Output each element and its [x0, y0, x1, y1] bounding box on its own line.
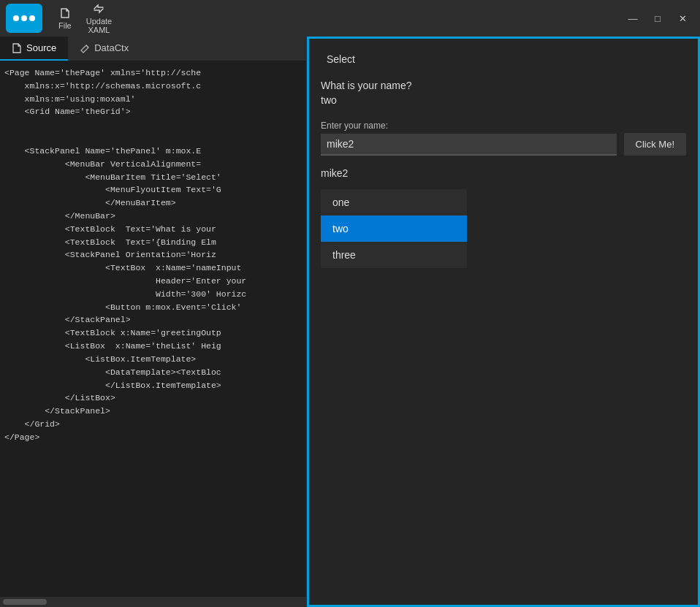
hscroll-thumb[interactable]: [3, 599, 47, 605]
click-me-button[interactable]: Click Me!: [624, 133, 686, 156]
update-icon: [93, 3, 104, 15]
logo-dot-3: [29, 15, 35, 21]
list-item-three[interactable]: three: [321, 242, 467, 268]
file-button[interactable]: File: [51, 4, 79, 33]
update-xaml-label: Update XAML: [86, 17, 112, 34]
tab-dataCtx-label: DataCtx: [94, 42, 129, 53]
code-editor[interactable]: <Page Name='thePage' xmlns='http://sche …: [0, 61, 306, 597]
source-file-icon: [12, 43, 22, 53]
logo-dots: [13, 15, 35, 21]
tab-dataCtx[interactable]: DataCtx: [68, 37, 140, 61]
input-row: Enter your name: Click Me!: [321, 121, 686, 156]
window-controls: — □ ✕: [621, 8, 694, 28]
file-icon: [59, 7, 71, 19]
left-panel: Source DataCtx <Page Name='thePage' xmln…: [0, 37, 307, 607]
app-logo: [6, 4, 42, 33]
main-content: Source DataCtx <Page Name='thePage' xmln…: [0, 37, 700, 607]
update-xaml-button[interactable]: Update XAML: [79, 0, 119, 37]
tabs-bar: Source DataCtx: [0, 37, 306, 61]
list-item-two[interactable]: two: [321, 215, 467, 242]
title-bar: File Update XAML — □ ✕: [0, 0, 700, 37]
code-hscrollbar[interactable]: [0, 597, 306, 607]
minimize-button[interactable]: —: [621, 8, 644, 28]
file-label: File: [58, 21, 72, 30]
tab-source-label: Source: [26, 42, 56, 53]
maximize-button[interactable]: □: [646, 8, 669, 28]
name-input[interactable]: [321, 134, 617, 156]
answer-text: two: [321, 94, 686, 106]
question-label: What is your name?: [321, 80, 686, 91]
name-input-group: Enter your name:: [321, 121, 617, 156]
logo-dot-1: [13, 15, 19, 21]
greeting-output: mike2: [321, 167, 686, 179]
menu-select[interactable]: Select: [321, 50, 361, 68]
menubar: Select: [321, 50, 686, 68]
tab-source[interactable]: Source: [0, 37, 68, 61]
edit-icon: [80, 43, 90, 53]
list-item-one[interactable]: one: [321, 189, 467, 215]
close-button[interactable]: ✕: [671, 8, 694, 28]
list-box: one two three: [321, 189, 467, 268]
input-label: Enter your name:: [321, 121, 617, 131]
right-panel: Select What is your name? two Enter your…: [307, 37, 700, 607]
logo-dot-2: [21, 15, 27, 21]
